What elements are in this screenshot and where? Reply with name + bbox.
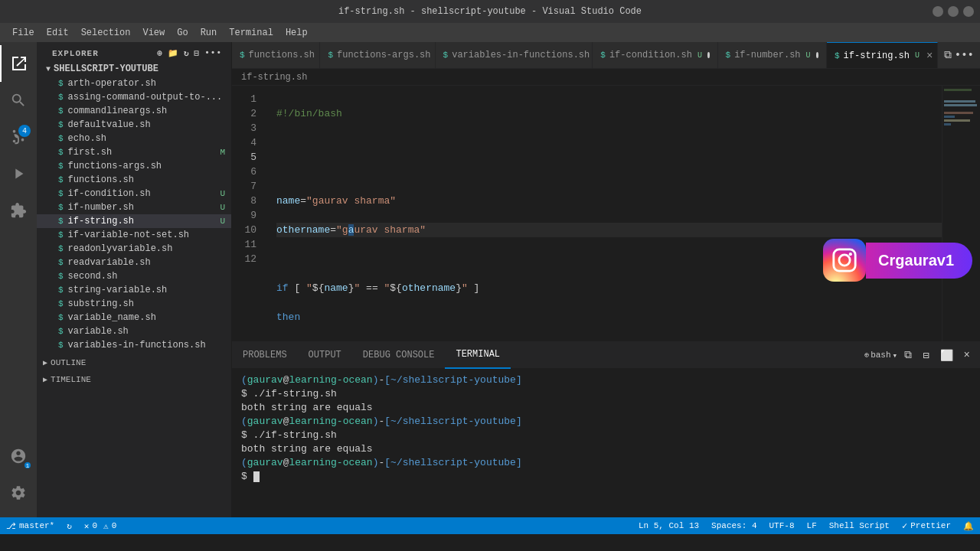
branch-name: master* [19,521,54,530]
tab-debug-console[interactable]: DEBUG CONSOLE [352,342,446,369]
file-label: readonlyvariable.sh [68,243,173,254]
menu-run[interactable]: Run [194,26,224,40]
file-label: variable.sh [68,326,129,337]
file-assing-command[interactable]: $ assing-command-output-to-... [37,90,231,104]
tab-functions[interactable]: $ functions.sh [232,42,320,69]
new-file-icon[interactable]: ⊕ [157,48,163,58]
spaces-status[interactable]: Spaces: 4 [705,517,763,534]
terminal-split-icon[interactable]: ⧉ [900,347,916,363]
file-label: substring.sh [68,298,134,309]
code-line-1: #!/bin/bash [276,106,942,121]
run-activity-icon[interactable] [0,155,37,192]
line-num: 2 [232,106,256,121]
terminal-maximize-icon[interactable]: ⬜ [936,347,957,364]
collapse-icon[interactable]: ⊟ [194,48,201,58]
encoding-status[interactable]: UTF-8 [763,517,801,534]
line-num: 4 [232,135,256,150]
outline-section[interactable]: ▶ OUTLINE [37,355,231,369]
terminal-prompt-1: (gaurav@learning-ocean)-[~/shellscript-y… [241,373,971,387]
terminal-kill-icon[interactable]: ⊟ [919,347,933,364]
menu-help[interactable]: Help [279,26,314,40]
file-arth-operator[interactable]: $ arth-operator.sh [37,77,231,90]
more-actions-icon[interactable]: ••• [204,48,222,58]
file-readonlyvariable[interactable]: $ readonlyvariable.sh [37,242,231,256]
terminal-content[interactable]: (gaurav@learning-ocean)-[~/shellscript-y… [232,369,980,517]
menu-file[interactable]: File [6,26,41,40]
close-button[interactable] [963,6,974,17]
search-activity-icon[interactable] [0,82,37,119]
menu-selection[interactable]: Selection [75,26,137,40]
file-if-string[interactable]: $ if-string.sh U [37,214,231,228]
timeline-section[interactable]: ▶ TIMELINE [37,372,231,386]
file-functions-args[interactable]: $ functions-args.sh [37,159,231,173]
status-bar-left: ⎇ master* ↻ ✕ 0 ⚠ 0 [0,517,122,534]
file-variable[interactable]: $ variable.sh [37,324,231,338]
warning-count: 0 [112,521,117,530]
sync-status[interactable]: ↻ [60,517,78,534]
tab-problems[interactable]: PROBLEMS [232,342,298,369]
minimize-button[interactable] [933,6,943,17]
file-if-condition[interactable]: $ if-condition.sh U [37,187,231,201]
account-activity-icon[interactable]: 1 [0,438,37,474]
terminal-output-2: both string are equals [241,442,971,456]
code-editor[interactable]: #!/bin/bash name="gaurav sharma" otherna… [264,86,942,341]
menu-go[interactable]: Go [171,26,194,40]
sidebar-title: EXPLORER [52,49,99,58]
settings-activity-icon[interactable] [0,474,37,511]
extensions-activity-icon[interactable] [0,192,37,229]
tab-terminal[interactable]: TERMINAL [445,342,511,369]
terminal-cursor [253,471,260,482]
file-variables-in-functions[interactable]: $ variables-in-functions.sh [37,338,231,352]
file-untracked-badge: U [220,217,225,226]
language-status[interactable]: Shell Script [823,517,896,534]
tab-if-condition[interactable]: $ if-condition.sh U [593,42,717,69]
folder-root[interactable]: ▼ SHELLSCRIPT-YOUTUBE [37,61,231,77]
file-first[interactable]: $ first.sh M [37,145,231,159]
line-num: 9 [232,208,256,223]
explorer-activity-icon[interactable] [0,45,37,82]
file-if-variable-not-set[interactable]: $ if-variable-not-set.sh [37,228,231,242]
sidebar-panel: EXPLORER ⊕ 📁 ↻ ⊟ ••• ▼ SHELLSCRIPT-YOUTU… [37,42,232,517]
tab-functions-args[interactable]: $ functions-args.sh [320,42,435,69]
cursor-position-status[interactable]: Ln 5, Col 13 [632,517,705,534]
window-title: if-string.sh - shellscript-youtube - Vis… [338,6,642,17]
file-variable-name[interactable]: $ variable_name.sh [37,311,231,324]
tab-variables-in-functions[interactable]: $ variables-in-functions.sh [436,42,593,69]
file-functions[interactable]: $ functions.sh [37,173,231,187]
file-defaultvalue[interactable]: $ defaultvalue.sh [37,118,231,132]
spaces-label: Spaces: 4 [711,521,756,530]
maximize-button[interactable] [948,6,959,17]
file-dollar-icon: $ [58,189,64,198]
tab-if-number[interactable]: $ if-number.sh U [718,42,827,69]
refresh-icon[interactable]: ↻ [184,48,190,58]
line-ending-status[interactable]: LF [801,517,823,534]
notification-icon[interactable]: 🔔 [957,517,980,534]
file-if-number[interactable]: $ if-number.sh U [37,201,231,214]
split-editor-icon[interactable]: ⧉ [944,49,952,61]
git-branch-status[interactable]: ⎇ master* [0,517,60,534]
formatter-label: Prettier [910,521,951,530]
file-echo[interactable]: $ echo.sh [37,132,231,145]
tab-unsaved-dot [707,52,710,58]
code-line-2 [276,135,942,150]
file-string-variable[interactable]: $ string-variable.sh [37,283,231,297]
source-control-activity-icon[interactable]: 4 [0,119,37,155]
new-folder-icon[interactable]: 📁 [168,48,179,58]
menu-view[interactable]: View [136,26,171,40]
terminal-close-icon[interactable]: × [960,347,974,363]
file-label: arth-operator.sh [68,78,156,89]
file-readvariable[interactable]: $ readvariable.sh [37,256,231,269]
tab-close-icon[interactable]: × [926,50,933,62]
file-substring[interactable]: $ substring.sh [37,297,231,311]
menu-edit[interactable]: Edit [41,26,75,40]
more-editor-actions-icon[interactable]: ••• [955,49,974,61]
tab-output[interactable]: OUTPUT [298,342,352,369]
file-second[interactable]: $ second.sh [37,269,231,283]
file-untracked-badge: U [220,203,225,212]
formatter-status[interactable]: ✓ Prettier [896,517,957,534]
tab-if-string[interactable]: $ if-string.sh U × [827,42,938,69]
terminal-cmd-1: $ ./if-string.sh [241,387,971,401]
errors-status[interactable]: ✕ 0 ⚠ 0 [78,517,122,534]
menu-terminal[interactable]: Terminal [223,26,279,40]
file-commandlineargs[interactable]: $ commandlineargs.sh [37,104,231,118]
